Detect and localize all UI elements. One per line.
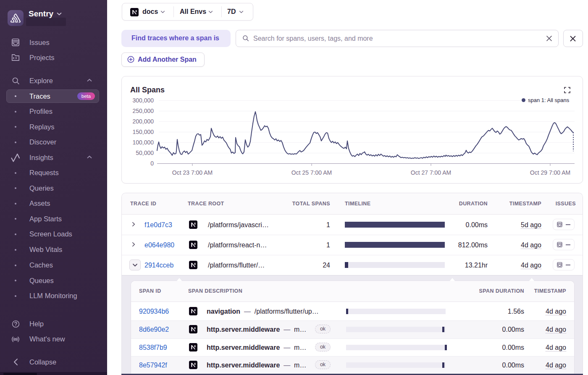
svg-text:200,000: 200,000 <box>132 118 154 125</box>
svg-text:Oct 27 7:00 AM: Oct 27 7:00 AM <box>411 169 452 176</box>
svg-text:Oct 23 7:00 AM: Oct 23 7:00 AM <box>172 169 213 176</box>
svg-text:150,000: 150,000 <box>132 128 154 135</box>
svg-text:Oct 29 7:00 AM: Oct 29 7:00 AM <box>530 169 571 176</box>
svg-text:50,000: 50,000 <box>136 149 154 156</box>
svg-text:100,000: 100,000 <box>132 139 154 146</box>
svg-text:250,000: 250,000 <box>132 108 154 114</box>
svg-text:0: 0 <box>150 160 154 167</box>
svg-text:Oct 25 7:00 AM: Oct 25 7:00 AM <box>291 169 332 176</box>
svg-text:300,000: 300,000 <box>132 97 154 104</box>
